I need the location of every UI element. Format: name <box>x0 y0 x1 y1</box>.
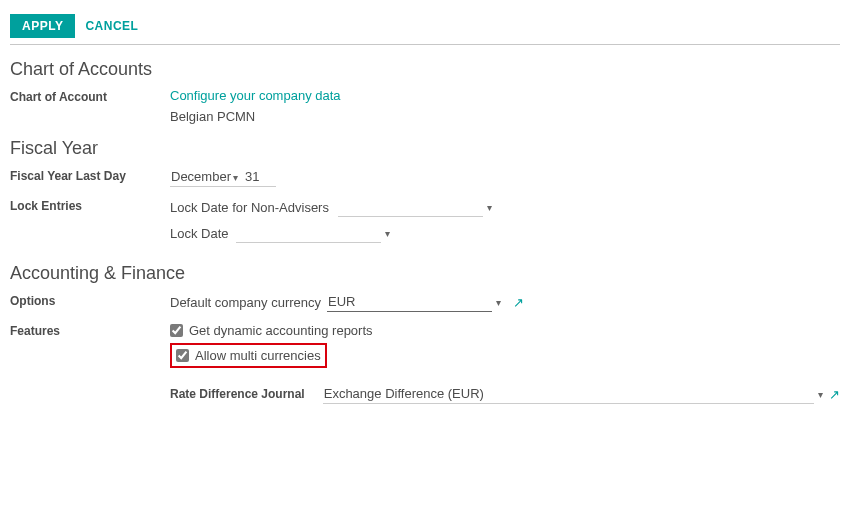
label-features: Features <box>10 322 170 338</box>
section-title-chart: Chart of Accounts <box>10 59 840 80</box>
label-lock-date: Lock Date <box>170 226 230 241</box>
multi-currencies-highlight: Allow multi currencies <box>170 343 327 368</box>
caret-icon[interactable]: ▾ <box>385 228 390 239</box>
row-rate-diff-journal: Rate Difference Journal ▾ ↗ <box>170 384 840 404</box>
multi-currencies-label: Allow multi currencies <box>195 348 321 363</box>
row-fiscal-last-day: Fiscal Year Last Day ▾ <box>10 167 840 193</box>
label-default-currency: Default company currency <box>170 295 321 310</box>
chart-of-account-value: Belgian PCMN <box>170 109 840 124</box>
lock-non-advisers-input[interactable] <box>338 197 483 217</box>
default-currency-select[interactable] <box>327 292 492 312</box>
row-lock-entries: Lock Entries Lock Date for Non-Advisers … <box>10 197 840 249</box>
topbar: APPLY CANCEL <box>10 10 840 45</box>
section-title-accounting: Accounting & Finance <box>10 263 840 284</box>
label-lock-entries: Lock Entries <box>10 197 170 213</box>
caret-icon[interactable]: ▾ <box>818 389 823 400</box>
feature-multi-currencies-line: Allow multi currencies <box>176 347 321 364</box>
label-lock-non-advisers: Lock Date for Non-Advisers <box>170 200 332 215</box>
fiscal-day-input[interactable] <box>244 167 276 187</box>
row-features: Features Get dynamic accounting reports … <box>10 322 840 404</box>
caret-icon[interactable]: ▾ <box>487 202 492 213</box>
cancel-button[interactable]: CANCEL <box>85 19 138 33</box>
dynamic-reports-checkbox[interactable] <box>170 324 183 337</box>
label-rate-diff-journal: Rate Difference Journal <box>170 387 323 401</box>
row-options: Options Default company currency ▾ ↗ <box>10 292 840 318</box>
apply-button[interactable]: APPLY <box>10 14 75 38</box>
caret-icon[interactable]: ▾ <box>496 297 501 308</box>
rate-diff-journal-select[interactable] <box>323 384 814 404</box>
external-link-icon[interactable]: ↗ <box>829 387 840 402</box>
label-options: Options <box>10 292 170 308</box>
dynamic-reports-label: Get dynamic accounting reports <box>189 323 373 338</box>
external-link-icon[interactable]: ↗ <box>513 295 524 310</box>
row-chart-of-account: Chart of Account Configure your company … <box>10 88 840 124</box>
label-chart-of-account: Chart of Account <box>10 88 170 104</box>
section-title-fiscal: Fiscal Year <box>10 138 840 159</box>
label-fiscal-last-day: Fiscal Year Last Day <box>10 167 170 183</box>
configure-company-link[interactable]: Configure your company data <box>170 88 840 103</box>
lock-date-input[interactable] <box>236 223 381 243</box>
multi-currencies-checkbox[interactable] <box>176 349 189 362</box>
caret-icon[interactable]: ▾ <box>233 172 238 183</box>
feature-dynamic-reports-line: Get dynamic accounting reports <box>170 322 840 339</box>
